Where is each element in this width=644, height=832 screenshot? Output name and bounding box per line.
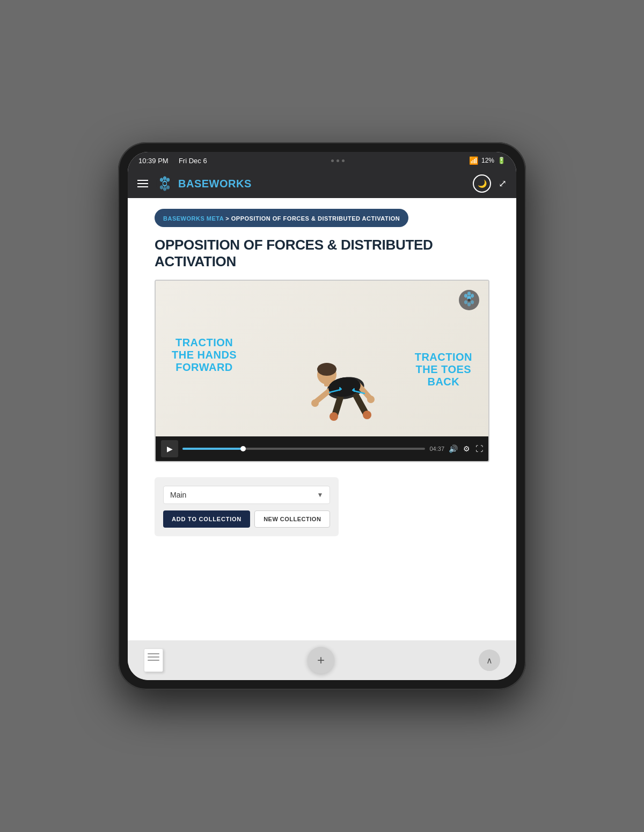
collection-widget: Main ▼ ADD TO COLLECTION NEW COLLECTION (155, 477, 339, 536)
svg-point-27 (311, 399, 319, 407)
text-left-line2: THE HANDS (172, 349, 237, 361)
notes-paper-icon (144, 648, 163, 672)
moon-icon: 🌙 (478, 179, 487, 188)
text-right-line3: BACK (415, 376, 472, 389)
bottom-bar: + ∧ (128, 640, 516, 680)
logo-works: WORKS (209, 178, 252, 189)
logo-text: BASEWORKS (178, 178, 252, 190)
notes-line (148, 660, 159, 661)
breadcrumb-text: BASEWORKS META > OPPOSITION OF FORCES & … (163, 215, 400, 222)
svg-point-20 (317, 363, 336, 376)
battery-level: 12% (481, 157, 494, 164)
status-time: 10:39 PM (138, 157, 169, 165)
video-watermark (458, 289, 480, 313)
progress-thumb (240, 446, 246, 451)
night-mode-button[interactable]: 🌙 (473, 174, 491, 193)
dot2 (336, 159, 339, 162)
page-title: OPPOSITION OF FORCES & DISTRIBUTED ACTIV… (155, 237, 489, 270)
status-date: Fri Dec 6 (179, 157, 207, 165)
breadcrumb[interactable]: BASEWORKS META > OPPOSITION OF FORCES & … (155, 209, 408, 227)
status-center-dots (331, 159, 345, 162)
dot1 (331, 159, 334, 162)
expand-icon[interactable]: ⤢ (499, 178, 507, 189)
text-right-line2: THE TOES (415, 364, 472, 376)
svg-point-28 (367, 396, 375, 403)
notes-icon-button[interactable] (144, 648, 163, 672)
breadcrumb-current: OPPOSITION OF FORCES & DISTRIBUTED ACTIV… (231, 215, 400, 222)
add-to-collection-button[interactable]: ADD TO COLLECTION (163, 510, 250, 528)
chevron-down-icon: ▼ (317, 491, 323, 499)
hamburger-menu-icon[interactable] (137, 180, 148, 187)
video-text-left: TRACTION THE HANDS FORWARD (172, 337, 237, 374)
logo-container: BASEWORKS (156, 174, 252, 193)
notes-lines (148, 653, 159, 661)
video-area: TRACTION THE HANDS FORWARD TRACTION THE … (156, 281, 488, 436)
plus-icon: + (317, 653, 325, 668)
wifi-icon: 📶 (469, 156, 478, 165)
hamburger-line (137, 183, 148, 184)
svg-rect-21 (324, 380, 330, 386)
header-left: BASEWORKS (137, 174, 252, 193)
text-right-line1: TRACTION (415, 352, 472, 364)
plus-button[interactable]: + (308, 647, 334, 674)
svg-point-29 (330, 412, 338, 421)
status-bar: 10:39 PM Fri Dec 6 📶 12% 🔋 (128, 152, 516, 169)
progress-bar-container[interactable] (182, 448, 425, 450)
battery-icon: 🔋 (497, 157, 506, 164)
person-figure (287, 318, 405, 436)
scroll-up-button[interactable]: ∧ (479, 649, 500, 671)
video-timestamp: 04:37 (429, 446, 444, 452)
breadcrumb-parent: BASEWORKS META (163, 215, 224, 222)
svg-point-30 (363, 411, 371, 419)
text-left-line1: TRACTION (172, 337, 237, 349)
breadcrumb-separator: > (224, 215, 231, 222)
main-content: BASEWORKS META > OPPOSITION OF FORCES & … (128, 198, 516, 640)
settings-icon[interactable]: ⚙ (463, 444, 470, 453)
video-text-right: TRACTION THE TOES BACK (415, 352, 472, 389)
logo-base: BASE (178, 178, 209, 189)
hamburger-line (137, 180, 148, 181)
new-collection-button[interactable]: NEW COLLECTION (254, 510, 330, 528)
notes-line (148, 656, 159, 658)
control-icons: 🔊 ⚙ ⛶ (449, 444, 483, 453)
tablet-screen: 10:39 PM Fri Dec 6 📶 12% 🔋 (128, 152, 516, 680)
tablet-frame: 10:39 PM Fri Dec 6 📶 12% 🔋 (118, 142, 526, 690)
hamburger-line (137, 186, 148, 187)
status-right: 📶 12% 🔋 (469, 156, 506, 165)
video-container: TRACTION THE HANDS FORWARD TRACTION THE … (155, 280, 489, 462)
svg-point-8 (163, 182, 166, 185)
svg-line-25 (356, 396, 366, 414)
dot3 (342, 159, 345, 162)
play-icon: ▶ (167, 444, 173, 453)
svg-line-24 (335, 398, 340, 415)
header-right: 🌙 ⤢ (473, 174, 507, 193)
text-left-line3: FORWARD (172, 361, 237, 374)
logo-hex-icon (156, 174, 174, 193)
collection-buttons: ADD TO COLLECTION NEW COLLECTION (163, 510, 330, 528)
play-button[interactable]: ▶ (161, 440, 178, 457)
volume-icon[interactable]: 🔊 (449, 444, 458, 453)
app-header: BASEWORKS 🌙 ⤢ (128, 169, 516, 198)
svg-point-17 (468, 299, 471, 302)
fullscreen-icon[interactable]: ⛶ (475, 444, 483, 453)
progress-bar-fill (182, 448, 243, 450)
collection-selected-value: Main (170, 491, 186, 499)
video-controls: ▶ 04:37 🔊 ⚙ ⛶ (156, 436, 488, 461)
status-time-date: 10:39 PM Fri Dec 6 (138, 157, 207, 165)
up-arrow-icon: ∧ (486, 655, 493, 666)
collection-select-dropdown[interactable]: Main ▼ (163, 486, 330, 504)
notes-line (148, 653, 159, 654)
